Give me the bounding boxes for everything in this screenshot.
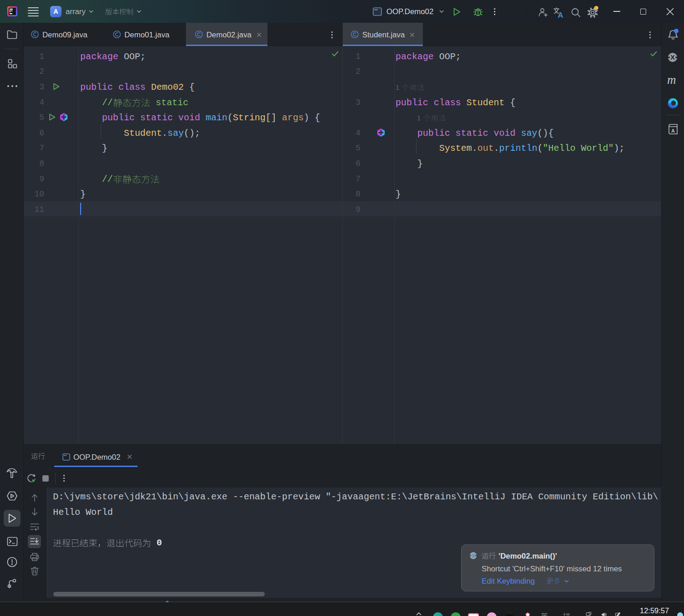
svg-text:X: X bbox=[670, 53, 675, 61]
svg-text:A: A bbox=[558, 11, 563, 18]
svg-text:A: A bbox=[671, 128, 675, 133]
svg-text:X: X bbox=[472, 553, 475, 559]
